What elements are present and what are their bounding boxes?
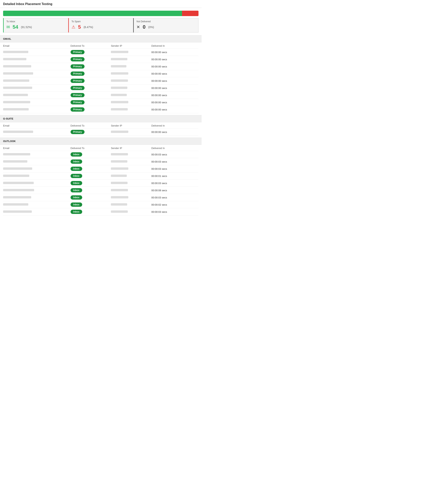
col-header: Sender IP — [111, 44, 151, 47]
delivery-badge: Primary — [71, 57, 85, 61]
badge-cell: Primary — [71, 100, 111, 105]
time-cell: 00:00:01 secs — [151, 174, 199, 178]
section-title-gsuite: G-SUITE — [0, 115, 202, 122]
ip-cell — [111, 189, 151, 192]
stat-number-notdelivered: 0 — [143, 24, 145, 30]
stats-row: To Inbox ✉ 54 (91.52%) To Spam ⚠ 5 (8.47… — [3, 18, 199, 32]
table-row: Primary00:00:00 secs — [3, 99, 199, 106]
badge-cell: Inbox — [71, 152, 111, 157]
time-value: 00:00:01 secs — [151, 175, 167, 178]
time-value: 00:00:08 secs — [151, 189, 167, 192]
ip-cell — [111, 108, 151, 111]
delivery-badge: Inbox — [71, 202, 82, 207]
time-cell: 00:00:00 secs — [151, 72, 199, 75]
badge-cell: Primary — [71, 93, 111, 97]
badge-cell: Primary — [71, 50, 111, 54]
col-header: Delivered To — [71, 44, 111, 47]
ip-cell — [111, 167, 151, 170]
time-cell: 00:00:03 secs — [151, 196, 199, 199]
badge-cell: Inbox — [71, 195, 111, 199]
table-row: Primary00:00:00 secs — [3, 84, 199, 92]
stat-label-spam: To Spam — [72, 20, 131, 23]
time-value: 00:00:02 secs — [151, 203, 167, 206]
ip-cell — [111, 79, 151, 82]
ip-cell — [111, 196, 151, 199]
time-value: 00:00:00 secs — [151, 87, 167, 90]
col-header: Sender IP — [111, 147, 151, 150]
email-cell — [3, 153, 71, 156]
badge-cell: Inbox — [71, 181, 111, 185]
email-cell — [3, 72, 71, 75]
delivery-badge: Primary — [71, 72, 85, 76]
badge-cell: Inbox — [71, 159, 111, 164]
section-title-outlook: OUTLOOK — [0, 138, 202, 145]
stat-pct-spam: (8.47%) — [83, 26, 93, 29]
table-gmail: EmailDelivered ToSender IPDelivered InPr… — [0, 43, 202, 115]
col-header: Delivered To — [71, 124, 111, 127]
delivery-badge: Inbox — [71, 159, 82, 164]
col-header: Email — [3, 124, 71, 127]
delivery-badge: Primary — [71, 79, 85, 83]
table-row: Inbox00:00:08 secs — [3, 187, 199, 194]
ip-cell — [111, 153, 151, 156]
table-gsuite: EmailDelivered ToSender IPDelivered InPr… — [0, 122, 202, 137]
stat-number-spam: 5 — [78, 24, 81, 30]
delivery-badge: Primary — [71, 86, 85, 90]
table-row: Inbox00:00:03 secs — [3, 208, 199, 215]
time-cell: 00:00:00 secs — [151, 93, 199, 97]
delivery-badge: Primary — [71, 64, 85, 69]
stat-number-inbox: 54 — [13, 24, 18, 30]
inbox-icon: ✉ — [6, 25, 10, 30]
email-cell — [3, 93, 71, 97]
email-cell — [3, 108, 71, 111]
time-cell: 00:00:03 secs — [151, 210, 199, 213]
ip-cell — [111, 101, 151, 104]
table-header-row: EmailDelivered ToSender IPDelivered In — [3, 43, 199, 49]
table-header-row: EmailDelivered ToSender IPDelivered In — [3, 145, 199, 151]
email-cell — [3, 51, 71, 54]
ip-cell — [111, 182, 151, 185]
time-value: 00:00:00 secs — [151, 94, 167, 97]
table-outlook: EmailDelivered ToSender IPDelivered InIn… — [0, 145, 202, 217]
stat-label-notdelivered: Not Delivered — [137, 20, 196, 23]
delivery-badge: Inbox — [71, 152, 82, 157]
badge-cell: Inbox — [71, 210, 111, 214]
badge-cell: Inbox — [71, 202, 111, 207]
ip-cell — [111, 86, 151, 90]
delivery-badge: Primary — [71, 50, 85, 54]
section-gsuite: G-SUITEEmailDelivered ToSender IPDeliver… — [0, 115, 202, 137]
stat-card-spam: To Spam ⚠ 5 (8.47%) — [68, 18, 134, 32]
delivery-badge: Inbox — [71, 188, 82, 192]
progress-spam — [182, 11, 199, 16]
table-row: Inbox00:00:02 secs — [3, 201, 199, 208]
section-title-gmail: GMAIL — [0, 35, 202, 43]
time-cell: 00:00:08 secs — [151, 189, 199, 192]
time-cell: 00:00:00 secs — [151, 58, 199, 61]
table-header-row: EmailDelivered ToSender IPDelivered In — [3, 122, 199, 128]
col-header: Sender IP — [111, 124, 151, 127]
table-row: Primary00:00:00 secs — [3, 63, 199, 70]
badge-cell: Primary — [71, 130, 111, 134]
email-cell — [3, 58, 71, 61]
col-header: Delivered In — [151, 44, 199, 47]
delivery-badge: Inbox — [71, 167, 82, 171]
section-gmail: GMAILEmailDelivered ToSender IPDelivered… — [0, 35, 202, 115]
time-cell: 00:00:00 secs — [151, 130, 199, 134]
badge-cell: Primary — [71, 107, 111, 112]
time-value: 00:00:00 secs — [151, 72, 167, 75]
col-header: Email — [3, 44, 71, 47]
time-value: 00:00:03 secs — [151, 196, 167, 199]
email-cell — [3, 160, 71, 163]
badge-cell: Primary — [71, 86, 111, 90]
time-cell: 00:00:00 secs — [151, 65, 199, 68]
time-value: 00:00:00 secs — [151, 51, 167, 54]
sections-container: GMAILEmailDelivered ToSender IPDelivered… — [0, 35, 202, 217]
email-cell — [3, 189, 71, 192]
delivery-badge: Inbox — [71, 181, 82, 185]
time-value: 00:00:00 secs — [151, 65, 167, 68]
page-header: Detailed Inbox Placement Testing — [0, 0, 202, 8]
badge-cell: Primary — [71, 64, 111, 69]
email-cell — [3, 203, 71, 206]
badge-cell: Primary — [71, 79, 111, 83]
table-row: Primary00:00:00 secs — [3, 92, 199, 99]
